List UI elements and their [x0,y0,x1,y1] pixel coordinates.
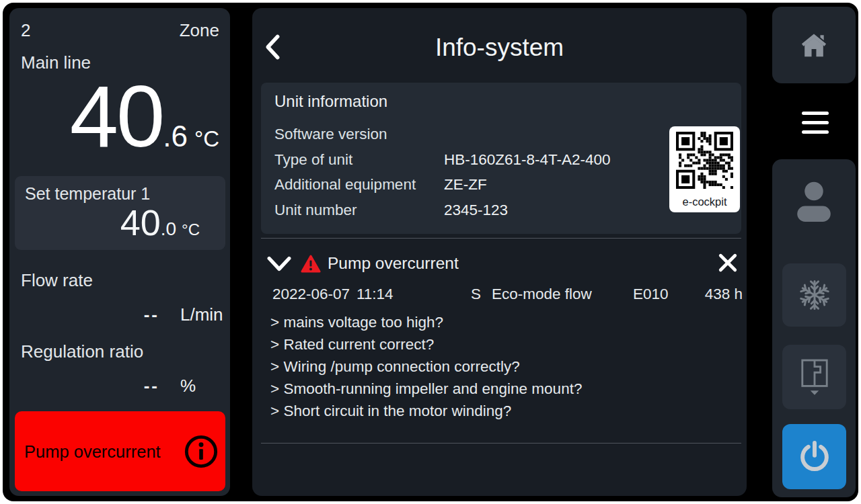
sidebar-lower-block [772,159,856,497]
mold-button[interactable] [782,345,846,409]
close-icon [718,253,738,273]
alarm-source: Eco-mode flow [492,286,592,303]
power-button[interactable] [782,424,846,489]
row-label: Software version [274,126,387,143]
zone-number: 2 [21,20,30,41]
alarm-date: 2022-06-07 [272,286,350,303]
set-temp-fraction: .0 [161,220,176,239]
alarm-hint: > mains voltage too high? [270,311,582,333]
alarm-hint-list: > mains voltage too high? > Rated curren… [270,311,582,422]
alarm-banner[interactable]: Pump overcurrent [15,411,225,491]
unit-info-row: Type of unit HB-160Z61-8-4T-A2-400 [274,151,662,170]
qr-code-icon [676,132,733,189]
main-line-temperature: 40 .6 °C [70,73,219,160]
alarm-expand-button[interactable] [267,255,291,273]
home-icon [800,32,828,58]
snowflake-icon [798,279,831,311]
unit-info-row: Unit number 2345-123 [274,202,662,220]
device-screen: 2 Zone Main line 40 .6 °C Set temperatur… [3,3,858,501]
flow-rate-unit: L/min [180,304,223,325]
page-title: Info-system [252,34,747,62]
main-temp-integer: 40 [70,73,163,160]
alarm-hint: > Wiring /pump connection correctly? [270,355,582,378]
set-temperature-value: 40 .0 °C [120,204,200,241]
qr-card: e-cockpit [669,126,740,212]
mold-tool-icon [799,358,830,396]
unit-info-row: Additional equipment ZE-ZF [274,176,662,195]
zone-panel: 2 Zone Main line 40 .6 °C Set temperatur… [9,8,230,496]
row-value: HB-160Z61-8-4T-A2-400 [444,151,611,169]
alarm-priority: S [471,286,481,303]
alarm-code: E010 [633,286,669,303]
flow-rate-label: Flow rate [21,270,93,291]
alarm-close-button[interactable] [718,253,738,273]
regulation-ratio-value: -- [20,376,159,396]
set-temperature-label: Set temperatur 1 [25,184,150,204]
alarm-hint: > Rated current correct? [270,333,582,355]
set-temp-integer: 40 [120,204,161,241]
unit-information-title: Unit information [274,92,387,111]
warning-triangle-icon [301,255,321,274]
qr-label: e-cockpit [669,196,740,208]
row-label: Type of unit [274,151,352,169]
row-value: ZE-ZF [444,176,487,194]
row-label: Unit number [274,202,357,219]
regulation-ratio-unit: % [180,376,196,396]
alarm-title: Pump overcurrent [328,254,459,273]
set-temp-unit: °C [182,222,200,238]
main-temp-fraction: .6 [163,122,188,151]
alarm-operating-hours: 438 h [705,286,743,303]
regulation-ratio-row: -- % [9,376,230,394]
chevron-down-icon [267,255,291,273]
info-system-panel: Info-system Unit information Software ve… [252,8,747,496]
unit-information-card: Unit information Software version Type o… [261,83,741,234]
alarm-time: 11:14 [357,286,394,303]
section-divider [261,238,741,239]
row-value: 2345-123 [444,202,508,219]
home-button[interactable] [772,7,856,83]
power-icon [797,439,832,474]
unit-info-row: Software version [274,126,662,144]
regulation-ratio-label: Regulation ratio [21,341,143,362]
flow-rate-row: -- L/min [9,304,230,323]
alarm-hint: > Short circuit in the motor winding? [270,400,582,422]
menu-button-active[interactable] [764,86,849,156]
main-temp-unit: °C [194,128,219,150]
zone-label[interactable]: Zone [180,20,219,41]
alarm-meta-row: 2022-06-07 11:14 S Eco-mode flow E010 43… [252,286,747,304]
cooling-button[interactable] [782,263,846,327]
set-temperature-card[interactable]: Set temperatur 1 40 .0 °C [15,176,225,250]
alarm-hint: > Smooth-running impeller and engine mou… [270,378,582,400]
section-divider [261,443,741,444]
row-label: Additional equipment [274,176,416,194]
alarm-banner-label: Pump overcurrent [24,442,161,461]
flow-rate-value: -- [20,304,159,325]
info-circle-icon[interactable] [184,434,219,469]
user-icon[interactable] [792,177,836,228]
